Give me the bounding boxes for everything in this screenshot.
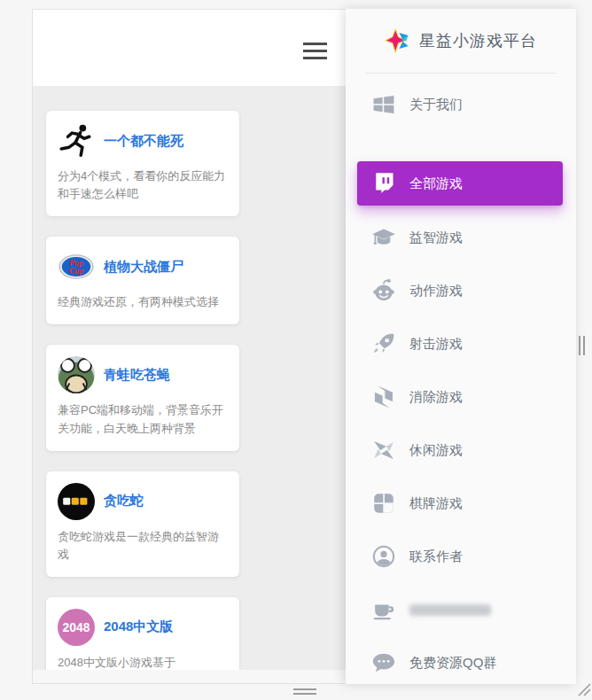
sidebar-item-label: 消除游戏 <box>409 389 463 406</box>
hamburger-icon <box>303 57 327 59</box>
game-card-pvz[interactable]: PopCap植物大战僵尸经典游戏还原，有两种模式选择 <box>46 237 239 324</box>
game-title-link[interactable]: 一个都不能死 <box>104 133 183 150</box>
svg-text:Cap: Cap <box>69 266 84 276</box>
sidebar-item-puzzle[interactable]: 益智游戏 <box>346 211 576 264</box>
game-description: 兼容PC端和移动端，背景音乐开关功能，白天晚上两种背景 <box>58 401 227 437</box>
sidebar-item-elimination[interactable]: 消除游戏 <box>346 370 576 424</box>
resize-handle-bottom[interactable] <box>293 688 316 697</box>
game-description: 分为4个模式，看看你的反应能力和手速怎么样吧 <box>58 167 227 203</box>
censored-label <box>409 604 491 616</box>
sidebar-item-label: 休闲游戏 <box>409 442 463 459</box>
comment-icon <box>371 650 396 675</box>
sidebar-item-about[interactable]: 关于我们 <box>346 78 576 131</box>
game-card-head: 一个都不能死 <box>58 122 227 159</box>
page: { "sidebar": { "logo_text": "星益小游戏平台", "… <box>0 0 592 700</box>
sidebar-item-contact[interactable]: 联系作者 <box>346 530 576 583</box>
pinwheel-icon <box>371 438 396 463</box>
hamburger-icon <box>303 50 327 52</box>
sidebar-item-action[interactable]: 动作游戏 <box>346 264 576 317</box>
game-title-link[interactable]: 2048中文版 <box>104 618 173 635</box>
sidebar-item-all-games[interactable]: 全部游戏 <box>357 161 563 206</box>
rocket-icon <box>371 331 396 356</box>
sidebar-item-label: 关于我们 <box>409 97 463 113</box>
sidebar-item-board[interactable]: 棋牌游戏 <box>346 477 576 530</box>
game-card-cannot-die[interactable]: 一个都不能死分为4个模式，看看你的反应能力和手速怎么样吧 <box>46 111 239 216</box>
logo[interactable]: 星益小游戏平台 <box>346 9 576 73</box>
houzz-icon <box>371 385 396 409</box>
sidebar-item-label: 射击游戏 <box>409 336 463 353</box>
game-title-link[interactable]: 贪吃蛇 <box>104 493 144 509</box>
sidebar-item-label: 动作游戏 <box>409 283 463 299</box>
sidebar-item-hidden[interactable] <box>346 583 576 636</box>
logo-star-icon <box>385 27 411 54</box>
game-title-link[interactable]: 植物大战僵尸 <box>104 259 183 276</box>
sidebar-item-qq-group[interactable]: 免费资源QQ群 <box>346 636 576 689</box>
graduation-cap-icon <box>371 225 396 250</box>
coffee-icon <box>371 597 396 622</box>
game-card-frog[interactable]: 青蛙吃苍蝇兼容PC端和移动端，背景音乐开关功能，白天晚上两种背景 <box>46 345 239 450</box>
game-card-head: 贪吃蛇 <box>58 483 227 520</box>
resize-handle-right[interactable] <box>579 336 588 355</box>
game-description: 经典游戏还原，有两种模式选择 <box>58 293 227 311</box>
reddit-icon <box>371 278 396 303</box>
quadrants-icon <box>371 491 396 516</box>
sidebar-item-casual[interactable]: 休闲游戏 <box>346 424 576 477</box>
menu-toggle-button[interactable] <box>303 43 327 64</box>
twitch-icon <box>371 171 396 196</box>
g2048-game-icon: 2048 <box>58 609 95 646</box>
sidebar-item-label: 益智游戏 <box>409 229 463 246</box>
game-card-list: 一个都不能死分为4个模式，看看你的反应能力和手速怎么样吧PopCap植物大战僵尸… <box>46 86 239 684</box>
resize-handle-corner[interactable] <box>576 681 591 696</box>
windows-icon <box>371 92 396 117</box>
popcap-game-icon: PopCap <box>58 248 95 285</box>
logo-text: 星益小游戏平台 <box>419 30 537 51</box>
game-card-head: 20482048中文版 <box>58 609 227 646</box>
sidebar-menu: 关于我们全部游戏益智游戏动作游戏射击游戏消除游戏休闲游戏棋牌游戏联系作者免费资源… <box>346 74 576 689</box>
game-description: 贪吃蛇游戏是一款经典的益智游戏 <box>58 528 227 564</box>
svg-text:2048: 2048 <box>63 620 90 634</box>
frog-game-icon <box>58 356 95 393</box>
sidebar-drawer: 星益小游戏平台 关于我们全部游戏益智游戏动作游戏射击游戏消除游戏休闲游戏棋牌游戏… <box>346 9 576 684</box>
hamburger-icon <box>303 43 327 45</box>
runner-game-icon <box>58 122 95 159</box>
game-title-link[interactable]: 青蛙吃苍蝇 <box>104 367 170 384</box>
game-card-head: 青蛙吃苍蝇 <box>58 356 227 393</box>
snake-game-icon <box>58 483 95 520</box>
sidebar-item-label: 联系作者 <box>409 548 463 565</box>
sidebar-item-label: 棋牌游戏 <box>409 495 463 512</box>
sidebar-item-shooting[interactable]: 射击游戏 <box>346 317 576 370</box>
sidebar-item-label: 全部游戏 <box>409 175 463 192</box>
game-card-head: PopCap植物大战僵尸 <box>58 248 227 285</box>
game-card-snake[interactable]: 贪吃蛇贪吃蛇游戏是一款经典的益智游戏 <box>46 471 239 577</box>
preview-stage: 一个都不能死分为4个模式，看看你的反应能力和手速怎么样吧PopCap植物大战僵尸… <box>0 0 592 700</box>
user-circle-icon <box>371 544 396 569</box>
sidebar-item-label: 免费资源QQ群 <box>409 655 496 672</box>
